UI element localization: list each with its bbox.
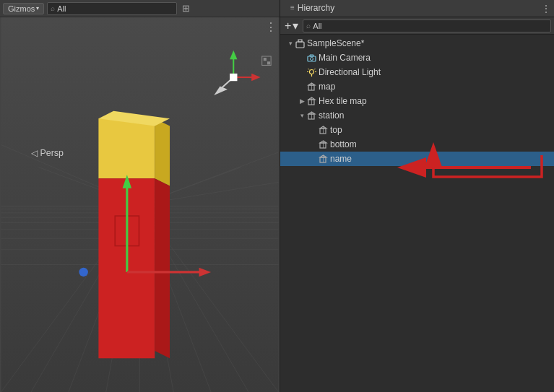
item-label-directionallight: Directional Light: [319, 67, 381, 77]
svg-marker-28: [155, 178, 170, 358]
tree-content: ▾ SampleScene* Main Camera Directional L…: [280, 35, 554, 392]
object-icon-map: [306, 82, 316, 92]
hierarchy-tab-icon: ≡: [290, 4, 295, 12]
gizmos-button[interactable]: Gizmos ▾: [3, 3, 44, 14]
svg-rect-60: [308, 100, 314, 105]
object-icon-station: [306, 110, 316, 121]
scene-search-box: ⌕: [47, 2, 177, 15]
hierarchy-search-box: ⌕: [303, 19, 551, 32]
tree-item-top[interactable]: top: [280, 123, 554, 137]
object-icon-bottom: [318, 139, 328, 149]
item-label-maincamera: Main Camera: [319, 53, 371, 63]
tree-item-samplescene[interactable]: ▾ SampleScene*: [280, 36, 554, 51]
svg-marker-50: [310, 55, 313, 56]
item-label-top: top: [330, 125, 342, 135]
svg-point-49: [310, 57, 313, 60]
hierarchy-search-icon: ⌕: [306, 22, 311, 30]
hierarchy-panel: ≡ Hierarchy ⋮ + ▾ ⌕ ▾ SampleScene*: [280, 0, 554, 392]
object-icon-directionallight: [306, 67, 316, 77]
hierarchy-header: ≡ Hierarchy ⋮: [280, 0, 554, 17]
tree-item-bottom[interactable]: bottom: [280, 137, 554, 152]
object-icon-hextilemap: [306, 96, 316, 106]
svg-marker-47: [298, 40, 302, 42]
object-icon-top: [318, 125, 328, 135]
viewport[interactable]: ⋮: [0, 17, 280, 392]
svg-rect-63: [308, 114, 314, 119]
svg-point-34: [79, 268, 87, 276]
svg-rect-43: [264, 58, 267, 61]
hierarchy-search-input[interactable]: [313, 22, 547, 30]
hierarchy-panel-menu[interactable]: ⋮: [541, 3, 551, 14]
svg-line-56: [314, 69, 316, 70]
hierarchy-toolbar: + ▾ ⌕: [280, 17, 554, 35]
svg-rect-66: [320, 129, 326, 134]
tree-item-directionallight[interactable]: Directional Light: [280, 65, 554, 79]
object-icon-name: [318, 154, 328, 164]
hierarchy-tab-label: Hierarchy: [298, 3, 334, 13]
item-label-bottom: bottom: [330, 139, 357, 149]
scene-svg: ◁ Persp: [0, 17, 280, 392]
item-label-hextilemap: Hex tile map: [319, 96, 367, 106]
expand-arrow-hextilemap[interactable]: ▶: [298, 97, 306, 105]
svg-line-55: [308, 69, 309, 70]
object-icon-samplescene: [295, 38, 305, 48]
gizmos-dropdown-arrow: ▾: [36, 5, 39, 12]
main-container: Gizmos ▾ ⌕ ⊞ ⋮: [0, 0, 554, 392]
scene-toolbar: Gizmos ▾ ⌕ ⊞: [0, 0, 280, 17]
scene-search-icon: ⌕: [51, 4, 55, 12]
svg-rect-44: [267, 61, 270, 64]
hierarchy-tab[interactable]: ≡ Hierarchy: [283, 1, 342, 17]
tree-item-hextilemap[interactable]: ▶ Hex tile map: [280, 94, 554, 108]
viewport-menu-icon[interactable]: ⋮: [265, 20, 277, 34]
add-dropdown-arrow: ▾: [293, 19, 298, 32]
scene-search-input[interactable]: [57, 4, 173, 13]
tree-item-station[interactable]: ▾ station: [280, 108, 554, 123]
svg-marker-25: [155, 118, 170, 186]
svg-rect-57: [308, 85, 314, 90]
svg-rect-72: [320, 157, 326, 162]
svg-text:◁ Persp: ◁ Persp: [31, 148, 64, 158]
gizmos-label: Gizmos: [8, 4, 35, 13]
svg-rect-24: [98, 118, 155, 178]
scene-grid-button[interactable]: ⊞: [180, 2, 192, 14]
hierarchy-add-button[interactable]: + ▾: [283, 19, 300, 32]
item-label-samplescene: SampleScene*: [307, 38, 364, 48]
tree-item-maincamera[interactable]: Main Camera: [280, 51, 554, 65]
svg-rect-69: [320, 143, 326, 148]
svg-rect-41: [230, 74, 237, 81]
tree-item-name[interactable]: name: [280, 152, 554, 166]
object-icon-maincamera: [306, 53, 316, 63]
scene-view: Gizmos ▾ ⌕ ⊞ ⋮: [0, 0, 280, 392]
add-icon: +: [285, 19, 291, 32]
expand-arrow-samplescene[interactable]: ▾: [286, 40, 295, 47]
item-label-map: map: [319, 82, 335, 92]
tree-item-map[interactable]: map: [280, 79, 554, 94]
svg-point-51: [309, 69, 313, 74]
expand-arrow-station[interactable]: ▾: [298, 112, 306, 119]
item-label-station: station: [319, 110, 344, 121]
svg-rect-46: [296, 42, 304, 48]
item-label-name: name: [330, 154, 352, 164]
